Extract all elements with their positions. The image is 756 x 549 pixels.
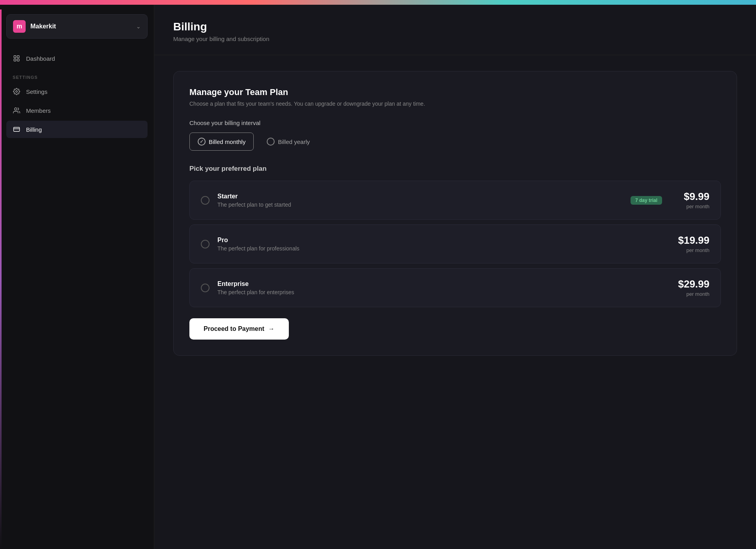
- settings-icon: [13, 88, 21, 95]
- enterprise-plan-desc: The perfect plan for enterprises: [217, 289, 662, 295]
- plan-card-pro[interactable]: Pro The perfect plan for professionals $…: [189, 224, 721, 263]
- plan-card-starter[interactable]: Starter The perfect plan to get started …: [189, 181, 721, 220]
- sidebar-item-settings[interactable]: Settings: [6, 83, 148, 100]
- brand-name: Makerkit: [30, 23, 131, 30]
- starter-price-period: per month: [686, 204, 709, 209]
- svg-rect-2: [14, 59, 16, 61]
- svg-rect-3: [17, 59, 19, 61]
- starter-plan-desc: The perfect plan to get started: [217, 202, 623, 208]
- billing-interval-section: Choose your billing interval Billed mont…: [189, 120, 721, 151]
- interval-yearly-button[interactable]: Billed yearly: [258, 133, 318, 151]
- card-title: Manage your Team Plan: [189, 87, 721, 97]
- starter-plan-price: $9.99 per month: [670, 190, 709, 210]
- pro-price-period: per month: [686, 247, 709, 253]
- pro-plan-price: $19.99 per month: [670, 234, 709, 254]
- starter-trial-badge: 7 day trial: [631, 196, 662, 205]
- sidebar: m Makerkit ⌄ Dashboard SETTINGS: [0, 5, 154, 549]
- proceed-arrow-icon: →: [268, 325, 275, 332]
- svg-rect-6: [14, 127, 20, 132]
- plans-section-label: Pick your preferred plan: [189, 165, 721, 173]
- pro-plan-info: Pro The perfect plan for professionals: [217, 237, 662, 252]
- sidebar-item-dashboard-label: Dashboard: [26, 55, 55, 62]
- sidebar-item-members-label: Members: [26, 107, 51, 114]
- plan-card-enterprise[interactable]: Enterprise The perfect plan for enterpri…: [189, 268, 721, 307]
- page-header: Billing Manage your billing and subscrip…: [154, 5, 756, 55]
- pro-plan-desc: The perfect plan for professionals: [217, 245, 662, 252]
- sidebar-item-dashboard[interactable]: Dashboard: [6, 50, 148, 67]
- enterprise-plan-price: $29.99 per month: [670, 278, 709, 297]
- interval-monthly-label: Billed monthly: [209, 138, 245, 145]
- pro-price-amount: $19.99: [670, 234, 709, 246]
- svg-rect-0: [14, 56, 16, 58]
- brand-logo: m: [13, 20, 26, 33]
- svg-rect-1: [17, 56, 19, 58]
- dashboard-icon: [13, 54, 21, 62]
- enterprise-plan-name: Enterprise: [217, 280, 662, 288]
- proceed-button-label: Proceed to Payment: [204, 325, 264, 332]
- enterprise-price-period: per month: [686, 291, 709, 297]
- members-icon: [13, 106, 21, 114]
- svg-point-4: [16, 91, 18, 93]
- pro-radio-icon: [201, 240, 210, 248]
- sidebar-item-billing[interactable]: Billing: [6, 121, 148, 138]
- sidebar-item-members[interactable]: Members: [6, 102, 148, 119]
- billing-interval-label: Choose your billing interval: [189, 120, 721, 126]
- enterprise-price-amount: $29.99: [670, 278, 709, 290]
- svg-point-5: [15, 108, 17, 110]
- sidebar-item-billing-label: Billing: [26, 126, 42, 133]
- yearly-radio-icon: [267, 138, 275, 146]
- sidebar-item-settings-label: Settings: [26, 88, 47, 95]
- brand-chevron-icon: ⌄: [136, 23, 141, 30]
- billing-icon: [13, 125, 21, 133]
- interval-monthly-button[interactable]: Billed monthly: [189, 133, 254, 151]
- starter-plan-name: Starter: [217, 193, 623, 200]
- main-content: Billing Manage your billing and subscrip…: [154, 5, 756, 549]
- page-title: Billing: [173, 21, 737, 33]
- proceed-to-payment-button[interactable]: Proceed to Payment →: [189, 318, 289, 340]
- starter-plan-info: Starter The perfect plan to get started: [217, 193, 623, 208]
- monthly-radio-icon: [198, 138, 206, 146]
- page-subtitle: Manage your billing and subscription: [173, 35, 737, 42]
- interval-options: Billed monthly Billed yearly: [189, 133, 721, 151]
- billing-card: Manage your Team Plan Choose a plan that…: [173, 71, 737, 356]
- interval-yearly-label: Billed yearly: [278, 138, 310, 145]
- page-body: Manage your Team Plan Choose a plan that…: [154, 55, 756, 372]
- enterprise-plan-info: Enterprise The perfect plan for enterpri…: [217, 280, 662, 295]
- starter-radio-icon: [201, 196, 210, 205]
- card-subtitle: Choose a plan that fits your team's need…: [189, 101, 721, 107]
- brand-selector[interactable]: m Makerkit ⌄: [6, 14, 148, 39]
- settings-section-label: SETTINGS: [6, 69, 148, 83]
- pro-plan-name: Pro: [217, 237, 662, 244]
- enterprise-radio-icon: [201, 284, 210, 292]
- starter-price-amount: $9.99: [670, 190, 709, 203]
